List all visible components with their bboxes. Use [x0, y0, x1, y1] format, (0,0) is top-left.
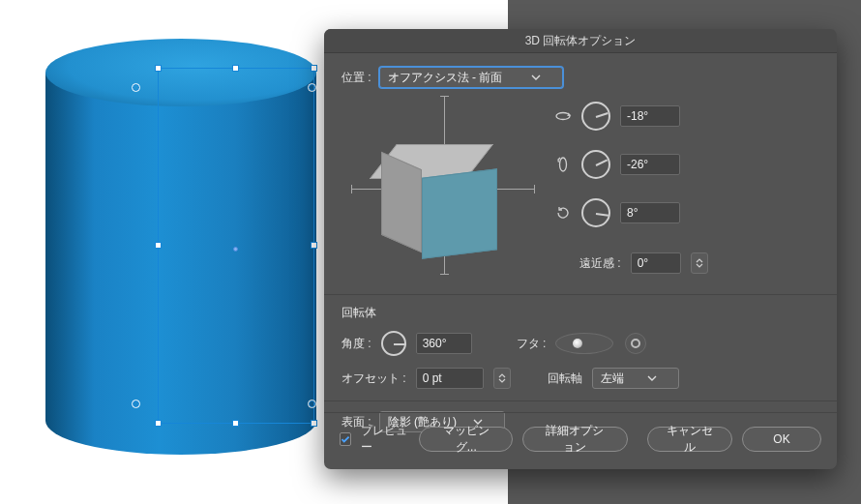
artwork-cylinder[interactable] [45, 39, 316, 450]
perspective-label: 遠近感 : [579, 255, 621, 272]
cap-on-toggle[interactable] [555, 333, 613, 354]
rotation-x-dial[interactable] [581, 102, 610, 131]
chevron-down-icon [647, 373, 657, 383]
offset-stepper[interactable] [493, 368, 511, 389]
rotation-y-dial[interactable] [581, 150, 610, 179]
selection-center-indicator [233, 247, 238, 252]
perspective-stepper[interactable] [691, 252, 708, 274]
rotation-trackball[interactable] [351, 96, 535, 280]
position-label: 位置 : [341, 70, 371, 86]
revolve-angle-dial[interactable] [381, 331, 406, 356]
map-art-button[interactable]: マッピング... [419, 427, 513, 452]
revolve-section-title: 回転体 [341, 305, 819, 321]
cap-off-toggle[interactable] [625, 333, 646, 354]
dialog-title[interactable]: 3D 回転体オプション [324, 29, 837, 53]
rotation-z-input[interactable]: 8° [620, 202, 680, 223]
offset-label: オフセット : [341, 371, 406, 387]
offset-input[interactable]: 0 pt [416, 368, 484, 389]
rotate-vertical-icon [554, 156, 572, 173]
axis-select[interactable]: 左端 [592, 368, 679, 389]
dialog-3d-revolve-options: 3D 回転体オプション 位置 : オフアクシス法 - 前面 [324, 29, 837, 469]
axis-select-value: 左端 [601, 369, 624, 388]
perspective-input[interactable]: 0° [631, 252, 681, 274]
rotation-z-dial[interactable] [581, 198, 610, 227]
axis-label: 回転軸 [548, 371, 582, 387]
rotation-x-input[interactable]: -18° [620, 105, 680, 127]
orientation-cube[interactable] [397, 144, 503, 251]
preview-label[interactable]: プレビュー [361, 423, 409, 456]
rotation-y-input[interactable]: -26° [620, 154, 680, 175]
rotate-clockwise-icon [554, 204, 572, 222]
more-options-button[interactable]: 詳細オプション [522, 427, 627, 452]
position-select-value: オフアクシス法 - 前面 [388, 68, 503, 87]
revolve-angle-input[interactable]: 360° [416, 333, 472, 354]
ok-button[interactable]: OK [742, 427, 821, 452]
cancel-button[interactable]: キャンセル [647, 427, 732, 452]
cap-label: フタ : [517, 336, 547, 352]
position-select[interactable]: オフアクシス法 - 前面 [379, 67, 563, 88]
revolve-angle-label: 角度 : [341, 336, 371, 352]
svg-point-1 [560, 158, 567, 171]
rotate-horizontal-icon [554, 107, 572, 125]
chevron-down-icon [531, 73, 541, 82]
preview-checkbox[interactable] [340, 432, 351, 446]
